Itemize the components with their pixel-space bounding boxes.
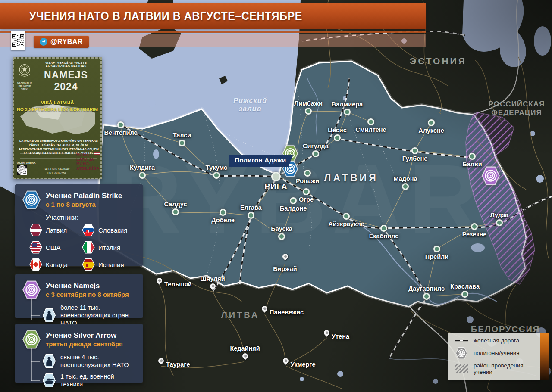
qr-code: [11, 31, 25, 50]
panel-title: Учение Namejs: [46, 282, 129, 290]
legend-item-range: полигоны/учения: [454, 347, 535, 360]
poster-title: NAMEJS 2024: [34, 69, 98, 93]
soldier-icon: [42, 308, 56, 323]
map-pin-icon: [241, 352, 249, 360]
participant-name: Словакия: [98, 227, 127, 234]
range-icon: [454, 347, 469, 360]
participant-us: США: [29, 241, 80, 254]
namejs-poster: VISAPTVEROŠAS VALSTS AIZSARDZĪBAS MĀCĪBA…: [13, 57, 102, 179]
city-dot-icon: [179, 140, 185, 146]
city-label: Смилтене: [355, 126, 386, 133]
hatch-icon: [454, 364, 469, 373]
city-label: Даугавпилс: [408, 285, 445, 292]
city-dot-icon: [367, 118, 374, 125]
city-dot-icon: [172, 208, 179, 215]
city-dot-icon: [344, 109, 351, 115]
legend-label: полигоны/учения: [474, 350, 520, 356]
map-pin-icon: [209, 282, 216, 290]
page-title: УЧЕНИЯ НАТО В ЛАТВИИ В АВГУСТЕ–СЕНТЯБРЕ: [0, 10, 302, 22]
railway-icon: [454, 338, 469, 344]
panel-dates: третья декада сентября: [46, 340, 123, 348]
namejs-target-icon: [22, 280, 41, 300]
panel-bullet: свыше 4 тыс. военнослужащих НАТО: [31, 353, 136, 369]
adazi-range-label: Полигон Адажи: [229, 155, 293, 167]
city-label: Кулдига: [130, 164, 155, 171]
city-label: Биржай: [273, 265, 297, 272]
city-dot-icon: [343, 213, 350, 220]
city-label: Лудза: [490, 212, 508, 218]
city-label: Прейли: [425, 253, 448, 260]
participant-lv: Латвия: [29, 224, 80, 236]
city-label: Салдус: [164, 201, 187, 208]
city-dot-icon: [461, 291, 468, 298]
city-label: Балви: [462, 161, 482, 168]
flag-us-icon: [29, 241, 42, 254]
infographic-root: @RYBAR ЭСТОНИЯ РОССИЙСКАЯ ФЕДЕРАЦИЯ ЛАТВ…: [0, 0, 552, 392]
city-label: Бауска: [271, 225, 292, 232]
city-label: Утена: [332, 333, 349, 340]
silver-arrow-target-icon: [22, 330, 41, 349]
city-dot-icon: [117, 121, 124, 128]
panel-namejs: Учение Namejs с 3 сентября по 8 октября …: [15, 274, 143, 318]
city-label: Таураге: [166, 361, 190, 368]
tank-icon: [42, 373, 56, 388]
poster-kicker: VISAPTVEROŠAS VALSTS AIZSARDZĪBAS MĀCĪBA…: [34, 61, 98, 68]
poster-when: NO 3.SEPTEMBRA LĪDZ 8.OKTOBRIM: [14, 107, 100, 112]
legend-label: железная дорога: [474, 337, 519, 344]
map-pin-icon: [323, 329, 330, 336]
participant-name: Испания: [98, 261, 124, 268]
panel-paladin-strike: Учение Paladin Strike с 1 по 8 августа У…: [15, 184, 143, 266]
city-label: Елгава: [240, 204, 262, 211]
city-dot-icon: [334, 134, 341, 141]
city-label: Кедайняй: [230, 345, 260, 352]
poster-slogan: MANA LATVIJA MANA ATBILDĪBA: [76, 148, 100, 175]
latvia-flag-icon: [94, 152, 101, 155]
participants-label: Участники:: [46, 214, 136, 221]
city-label: Гулбене: [402, 155, 427, 162]
city-dot-icon: [271, 172, 281, 181]
poster-latvia-shape: [17, 90, 100, 138]
map-legend: железная дорогаполигоны/учениярайон пров…: [448, 333, 540, 380]
city-label: Валмиера: [332, 101, 363, 108]
map-pin-icon: [155, 277, 163, 284]
panel-bullet: 1 тыс. ед. военной техники: [31, 373, 136, 388]
city-dot-icon: [469, 153, 476, 160]
city-label: Добеле: [211, 217, 234, 224]
map-pin-icon: [260, 305, 268, 312]
bullet-text: свыше 4 тыс. военнослужащих НАТО: [60, 353, 136, 369]
city-label: Талси: [173, 132, 191, 139]
participant-ca: Канада: [29, 258, 80, 271]
city-label: Айзкраукле: [328, 221, 364, 227]
city-dot-icon: [278, 233, 285, 240]
panel-title: Учение Paladin Strike: [46, 192, 122, 200]
city-dot-icon: [290, 197, 297, 204]
city-dot-icon: [213, 172, 220, 179]
legend-item-hatch: район проведения учений: [454, 362, 535, 375]
city-dot-icon: [220, 209, 226, 216]
flag-lv-icon: [29, 224, 42, 236]
city-label: Огре: [299, 196, 314, 203]
city-dot-icon: [411, 147, 418, 154]
city-dot-icon: [305, 108, 312, 115]
panel-bullets-silver: свыше 4 тыс. военнослужащих НАТО1 тыс. е…: [31, 353, 136, 389]
city-dot-icon: [496, 219, 503, 226]
legend-label: район проведения учений: [474, 362, 535, 375]
soldier-icon: [42, 354, 56, 368]
city-dot-icon: [471, 223, 478, 230]
city-label: Балдоне: [280, 205, 307, 212]
poster-phone: TĀLRUNIS SAZIŅAI: +371 26077654: [39, 167, 74, 176]
poster-slogan-text: MANA LATVIJA MANA ATBILDĪBA: [76, 152, 100, 171]
city-label: Тельшяй: [164, 281, 192, 288]
city-dot-icon: [433, 246, 440, 252]
panel-dates: с 3 сентября по 8 октября: [46, 291, 129, 298]
city-label: Лимбажи: [294, 100, 323, 107]
city-dot-icon: [402, 183, 409, 190]
map-pin-icon: [282, 357, 289, 364]
legend-accent-bar: [540, 333, 549, 380]
telegram-icon: [40, 38, 47, 46]
city-label: Сигулда: [303, 143, 329, 149]
participant-it: Италия: [82, 241, 136, 254]
city-label: Шяуляй: [200, 275, 225, 282]
map-pin-icon: [157, 357, 165, 364]
city-dot-icon: [303, 188, 310, 195]
